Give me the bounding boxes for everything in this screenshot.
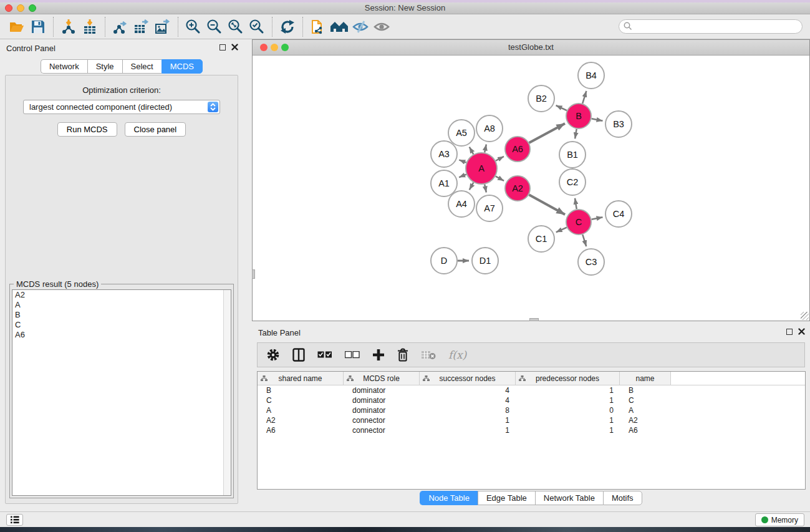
- tab-motifs[interactable]: Motifs: [603, 491, 642, 505]
- tab-mcds[interactable]: MCDS: [162, 59, 203, 74]
- table-row[interactable]: Adominator80A: [258, 405, 805, 415]
- export-image-button[interactable]: [152, 17, 173, 37]
- result-item[interactable]: C: [12, 320, 231, 330]
- open-file-button[interactable]: [6, 17, 27, 37]
- hide-selected-button[interactable]: [350, 17, 371, 37]
- add-column-icon[interactable]: [372, 349, 385, 361]
- shared-column-icon: [261, 375, 268, 381]
- control-panel-header: Control Panel: [0, 39, 243, 57]
- close-panel-icon[interactable]: [231, 44, 238, 51]
- export-table-button[interactable]: [131, 17, 152, 37]
- edge-C-C4[interactable]: [592, 217, 603, 220]
- table-cell: C: [258, 395, 344, 405]
- zoom-in-button[interactable]: [183, 17, 204, 37]
- edge-A6-B[interactable]: [529, 123, 565, 143]
- gear-icon[interactable]: [266, 348, 280, 362]
- column-header-name[interactable]: name: [620, 372, 671, 385]
- import-network-button[interactable]: [58, 17, 79, 37]
- edge-C-C2[interactable]: [575, 198, 577, 210]
- edge-A-A8[interactable]: [485, 144, 486, 152]
- window-resize-grip[interactable]: [801, 312, 809, 320]
- panel-resize-handle[interactable]: [252, 269, 255, 279]
- table-cell: B: [258, 385, 344, 395]
- network-graph[interactable]: B4B2BB3A5A8A6B1A3AC2A1A2A4A7C4CC1C3DD1: [253, 56, 809, 321]
- control-panel: Control Panel NetworkStyleSelectMCDS Opt…: [0, 39, 243, 508]
- refresh-button[interactable]: [277, 17, 298, 37]
- edge-B-B3[interactable]: [592, 118, 603, 121]
- table-row[interactable]: Bdominator41B: [258, 385, 805, 395]
- column-header-MCDS-role[interactable]: MCDS role: [344, 372, 420, 385]
- tab-network-table[interactable]: Network Table: [535, 491, 603, 505]
- edge-B-B1[interactable]: [575, 129, 577, 139]
- float-panel-icon[interactable]: [219, 44, 226, 51]
- mcds-result-list[interactable]: A2ABCA6: [12, 289, 231, 496]
- column-header-shared-name[interactable]: shared name: [258, 372, 344, 385]
- result-item[interactable]: A6: [12, 330, 231, 340]
- task-history-button[interactable]: [6, 514, 23, 526]
- result-scrollbar[interactable]: [223, 290, 231, 495]
- edge-A2-C[interactable]: [529, 195, 565, 215]
- zoom-selected-button[interactable]: [246, 17, 268, 37]
- zoom-out-button[interactable]: [204, 17, 225, 37]
- edge-B-B2[interactable]: [556, 105, 567, 110]
- edge-A-A1[interactable]: [459, 175, 466, 178]
- close-window-button[interactable]: [5, 4, 12, 12]
- table-row[interactable]: A6connector11A6: [258, 425, 805, 435]
- optimization-criterion-select[interactable]: largest connected component (directed): [23, 100, 220, 114]
- edge-B-B4[interactable]: [582, 91, 586, 104]
- deselect-all-icon[interactable]: [345, 351, 360, 359]
- edge-A-A3[interactable]: [459, 160, 466, 162]
- network-maximize-button[interactable]: [281, 44, 289, 51]
- tab-edge-table[interactable]: Edge Table: [478, 491, 535, 505]
- edge-A-A6[interactable]: [496, 157, 504, 161]
- edge-A-A7[interactable]: [485, 184, 486, 192]
- table-cell: 1: [516, 395, 620, 405]
- result-item[interactable]: A: [12, 300, 231, 310]
- edge-A-A4[interactable]: [470, 183, 474, 190]
- edge-C-C1[interactable]: [556, 228, 567, 233]
- table-row[interactable]: Cdominator41C: [258, 395, 805, 405]
- show-all-button[interactable]: [371, 17, 392, 37]
- select-all-icon[interactable]: [317, 351, 332, 359]
- network-minimize-button[interactable]: [271, 44, 278, 51]
- table-cell: 4: [420, 395, 516, 405]
- network-canvas[interactable]: B4B2BB3A5A8A6B1A3AC2A1A2A4A7C4CC1C3DD1: [253, 56, 809, 321]
- zoom-fit-button[interactable]: [225, 17, 246, 37]
- tab-node-table[interactable]: Node Table: [420, 491, 478, 505]
- close-panel-icon[interactable]: [798, 328, 805, 335]
- tab-network[interactable]: Network: [41, 59, 87, 74]
- tab-select[interactable]: Select: [122, 59, 162, 74]
- network-close-button[interactable]: [260, 44, 268, 51]
- float-panel-icon[interactable]: [786, 329, 793, 335]
- network-window-titlebar[interactable]: testGlobe.txt: [253, 40, 809, 56]
- close-panel-button[interactable]: Close panel: [125, 122, 186, 137]
- search-icon: [624, 22, 632, 31]
- save-session-button[interactable]: [27, 17, 49, 37]
- minimize-window-button[interactable]: [17, 4, 24, 12]
- panel-resize-handle[interactable]: [529, 318, 539, 321]
- delete-column-icon[interactable]: [397, 348, 408, 362]
- result-item[interactable]: A2: [12, 290, 231, 300]
- memory-button[interactable]: Memory: [755, 513, 804, 526]
- column-header-successor-nodes[interactable]: successor nodes: [420, 372, 516, 385]
- search-input[interactable]: [619, 19, 803, 34]
- table-cell: 1: [420, 415, 516, 425]
- edge-A-A5[interactable]: [470, 147, 474, 155]
- new-network-from-selection-button[interactable]: [307, 17, 329, 37]
- delete-table-icon[interactable]: [421, 350, 436, 360]
- node-label-A7: A7: [484, 203, 495, 213]
- column-layout-icon[interactable]: [292, 348, 305, 362]
- first-neighbors-button[interactable]: [329, 17, 350, 37]
- function-builder-icon[interactable]: f(x): [448, 349, 466, 361]
- tab-style[interactable]: Style: [87, 59, 122, 74]
- edge-A-A2[interactable]: [496, 177, 504, 181]
- export-network-button[interactable]: [110, 17, 131, 37]
- import-table-button[interactable]: [79, 17, 100, 37]
- run-mcds-button[interactable]: Run MCDS: [57, 122, 117, 137]
- table-row[interactable]: A2connector11A2: [258, 415, 805, 425]
- edge-C-C3[interactable]: [582, 235, 586, 246]
- column-header-predecessor-nodes[interactable]: predecessor nodes: [516, 372, 620, 385]
- maximize-window-button[interactable]: [29, 4, 36, 12]
- zoom-selected-icon: [249, 19, 265, 35]
- result-item[interactable]: B: [12, 310, 231, 320]
